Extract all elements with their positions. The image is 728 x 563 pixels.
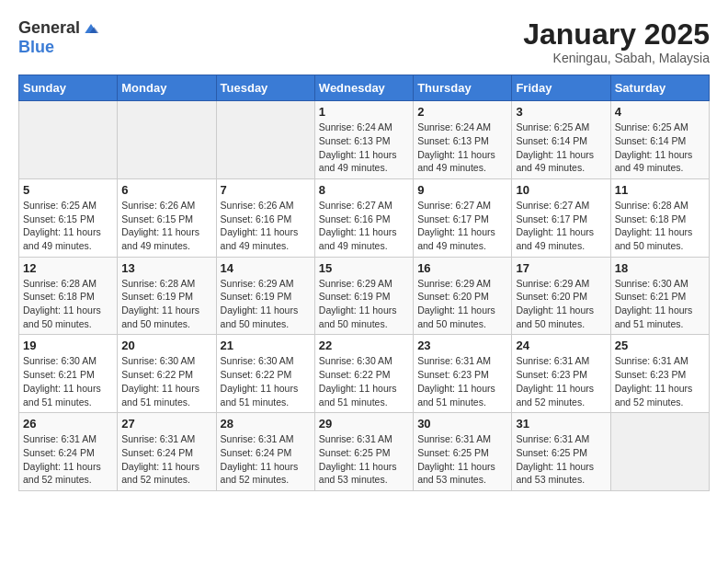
- day-number: 11: [615, 183, 705, 197]
- calendar-day-cell: 6 Sunrise: 6:26 AMSunset: 6:15 PMDayligh…: [118, 178, 216, 257]
- day-number: 7: [221, 183, 311, 197]
- calendar-day-cell: 1 Sunrise: 6:24 AMSunset: 6:13 PMDayligh…: [314, 101, 413, 179]
- day-number: 23: [417, 339, 507, 352]
- month-title: January 2025: [523, 18, 710, 51]
- calendar-day-cell: 19 Sunrise: 6:30 AMSunset: 6:21 PMDaylig…: [19, 335, 118, 413]
- calendar-day-cell: 16 Sunrise: 6:29 AMSunset: 6:20 PMDaylig…: [414, 257, 512, 335]
- calendar-day-cell: 10 Sunrise: 6:27 AMSunset: 6:17 PMDaylig…: [512, 178, 610, 257]
- day-number: 5: [23, 183, 113, 197]
- day-number: 29: [319, 417, 409, 431]
- day-number: 15: [319, 261, 409, 275]
- day-number: 21: [221, 339, 311, 352]
- day-number: 20: [121, 339, 211, 352]
- calendar-day-cell: 8 Sunrise: 6:27 AMSunset: 6:16 PMDayligh…: [314, 178, 413, 257]
- day-info: Sunrise: 6:31 AMSunset: 6:24 PMDaylight:…: [221, 432, 311, 487]
- day-info: Sunrise: 6:29 AMSunset: 6:20 PMDaylight:…: [516, 277, 606, 331]
- calendar-day-cell: 20 Sunrise: 6:30 AMSunset: 6:22 PMDaylig…: [118, 335, 216, 413]
- calendar-day-cell: 4 Sunrise: 6:25 AMSunset: 6:14 PMDayligh…: [610, 101, 709, 179]
- calendar-week-row: 5 Sunrise: 6:25 AMSunset: 6:15 PMDayligh…: [19, 178, 710, 257]
- day-number: 8: [319, 183, 409, 197]
- calendar-day-cell: 5 Sunrise: 6:25 AMSunset: 6:15 PMDayligh…: [19, 178, 118, 257]
- calendar-day-cell: 30 Sunrise: 6:31 AMSunset: 6:25 PMDaylig…: [414, 413, 512, 491]
- day-number: 30: [417, 417, 507, 431]
- day-info: Sunrise: 6:24 AMSunset: 6:13 PMDaylight:…: [319, 121, 409, 175]
- day-info: Sunrise: 6:31 AMSunset: 6:23 PMDaylight:…: [417, 354, 507, 408]
- calendar-day-cell: 7 Sunrise: 6:26 AMSunset: 6:16 PMDayligh…: [216, 178, 314, 257]
- day-number: 28: [221, 417, 311, 431]
- calendar-day-cell: 29 Sunrise: 6:31 AMSunset: 6:25 PMDaylig…: [314, 413, 413, 491]
- day-info: Sunrise: 6:27 AMSunset: 6:16 PMDaylight:…: [319, 199, 409, 253]
- page-header: General Blue January 2025 Keningau, Saba…: [18, 18, 710, 65]
- calendar-week-row: 19 Sunrise: 6:30 AMSunset: 6:21 PMDaylig…: [19, 335, 710, 413]
- day-number: 9: [417, 183, 507, 197]
- calendar-week-row: 12 Sunrise: 6:28 AMSunset: 6:18 PMDaylig…: [19, 257, 710, 335]
- calendar-day-cell: 18 Sunrise: 6:30 AMSunset: 6:21 PMDaylig…: [610, 257, 709, 335]
- day-info: Sunrise: 6:30 AMSunset: 6:22 PMDaylight:…: [221, 354, 311, 408]
- logo-general-text: General: [18, 18, 80, 38]
- day-info: Sunrise: 6:29 AMSunset: 6:20 PMDaylight:…: [417, 277, 507, 331]
- weekday-header: Wednesday: [314, 75, 413, 101]
- day-info: Sunrise: 6:31 AMSunset: 6:25 PMDaylight:…: [417, 432, 507, 487]
- calendar-day-cell: [19, 101, 118, 179]
- logo-blue-text: Blue: [18, 38, 54, 57]
- calendar-day-cell: [610, 413, 709, 491]
- day-info: Sunrise: 6:25 AMSunset: 6:14 PMDaylight:…: [516, 121, 606, 175]
- calendar-day-cell: [118, 101, 216, 179]
- day-info: Sunrise: 6:30 AMSunset: 6:22 PMDaylight:…: [319, 354, 409, 408]
- day-info: Sunrise: 6:29 AMSunset: 6:19 PMDaylight:…: [221, 277, 311, 331]
- day-info: Sunrise: 6:28 AMSunset: 6:19 PMDaylight:…: [121, 277, 211, 331]
- day-info: Sunrise: 6:28 AMSunset: 6:18 PMDaylight:…: [615, 199, 705, 253]
- day-info: Sunrise: 6:26 AMSunset: 6:15 PMDaylight:…: [121, 199, 211, 253]
- calendar-body: 1 Sunrise: 6:24 AMSunset: 6:13 PMDayligh…: [19, 101, 710, 491]
- day-number: 3: [516, 105, 606, 119]
- weekday-header: Friday: [512, 75, 610, 101]
- day-info: Sunrise: 6:27 AMSunset: 6:17 PMDaylight:…: [516, 199, 606, 253]
- day-info: Sunrise: 6:30 AMSunset: 6:21 PMDaylight:…: [615, 277, 705, 331]
- calendar-day-cell: 24 Sunrise: 6:31 AMSunset: 6:23 PMDaylig…: [512, 335, 610, 413]
- calendar-day-cell: 21 Sunrise: 6:30 AMSunset: 6:22 PMDaylig…: [216, 335, 314, 413]
- calendar-day-cell: 25 Sunrise: 6:31 AMSunset: 6:23 PMDaylig…: [610, 335, 709, 413]
- calendar-week-row: 1 Sunrise: 6:24 AMSunset: 6:13 PMDayligh…: [19, 101, 710, 179]
- day-number: 16: [417, 261, 507, 275]
- calendar-day-cell: 23 Sunrise: 6:31 AMSunset: 6:23 PMDaylig…: [414, 335, 512, 413]
- day-number: 31: [516, 417, 606, 431]
- day-info: Sunrise: 6:28 AMSunset: 6:18 PMDaylight:…: [23, 277, 113, 331]
- weekday-header: Sunday: [19, 75, 118, 101]
- day-number: 24: [516, 339, 606, 352]
- day-info: Sunrise: 6:31 AMSunset: 6:24 PMDaylight:…: [23, 432, 113, 487]
- day-number: 13: [121, 261, 211, 275]
- day-info: Sunrise: 6:25 AMSunset: 6:15 PMDaylight:…: [23, 199, 113, 253]
- calendar-header: SundayMondayTuesdayWednesdayThursdayFrid…: [19, 75, 710, 101]
- day-number: 10: [516, 183, 606, 197]
- calendar-day-cell: [216, 101, 314, 179]
- calendar-day-cell: 31 Sunrise: 6:31 AMSunset: 6:25 PMDaylig…: [512, 413, 610, 491]
- calendar-week-row: 26 Sunrise: 6:31 AMSunset: 6:24 PMDaylig…: [19, 413, 710, 491]
- calendar-day-cell: 15 Sunrise: 6:29 AMSunset: 6:19 PMDaylig…: [314, 257, 413, 335]
- calendar-day-cell: 27 Sunrise: 6:31 AMSunset: 6:24 PMDaylig…: [118, 413, 216, 491]
- day-number: 4: [615, 105, 705, 119]
- calendar-day-cell: 12 Sunrise: 6:28 AMSunset: 6:18 PMDaylig…: [19, 257, 118, 335]
- day-info: Sunrise: 6:24 AMSunset: 6:13 PMDaylight:…: [417, 121, 507, 175]
- calendar-day-cell: 17 Sunrise: 6:29 AMSunset: 6:20 PMDaylig…: [512, 257, 610, 335]
- calendar-table: SundayMondayTuesdayWednesdayThursdayFrid…: [18, 75, 710, 491]
- day-info: Sunrise: 6:30 AMSunset: 6:21 PMDaylight:…: [23, 354, 113, 408]
- day-number: 14: [221, 261, 311, 275]
- day-number: 18: [615, 261, 705, 275]
- day-info: Sunrise: 6:31 AMSunset: 6:25 PMDaylight:…: [319, 432, 409, 487]
- calendar-day-cell: 14 Sunrise: 6:29 AMSunset: 6:19 PMDaylig…: [216, 257, 314, 335]
- day-info: Sunrise: 6:30 AMSunset: 6:22 PMDaylight:…: [121, 354, 211, 408]
- day-number: 17: [516, 261, 606, 275]
- day-info: Sunrise: 6:25 AMSunset: 6:14 PMDaylight:…: [615, 121, 705, 175]
- day-info: Sunrise: 6:27 AMSunset: 6:17 PMDaylight:…: [417, 199, 507, 253]
- day-number: 1: [319, 105, 409, 119]
- day-number: 26: [23, 417, 113, 431]
- weekday-header: Saturday: [610, 75, 709, 101]
- calendar-day-cell: 9 Sunrise: 6:27 AMSunset: 6:17 PMDayligh…: [414, 178, 512, 257]
- day-number: 25: [615, 339, 705, 352]
- day-number: 12: [23, 261, 113, 275]
- calendar-day-cell: 26 Sunrise: 6:31 AMSunset: 6:24 PMDaylig…: [19, 413, 118, 491]
- day-number: 2: [417, 105, 507, 119]
- calendar-day-cell: 13 Sunrise: 6:28 AMSunset: 6:19 PMDaylig…: [118, 257, 216, 335]
- day-info: Sunrise: 6:31 AMSunset: 6:24 PMDaylight:…: [121, 432, 211, 487]
- calendar-day-cell: 22 Sunrise: 6:30 AMSunset: 6:22 PMDaylig…: [314, 335, 413, 413]
